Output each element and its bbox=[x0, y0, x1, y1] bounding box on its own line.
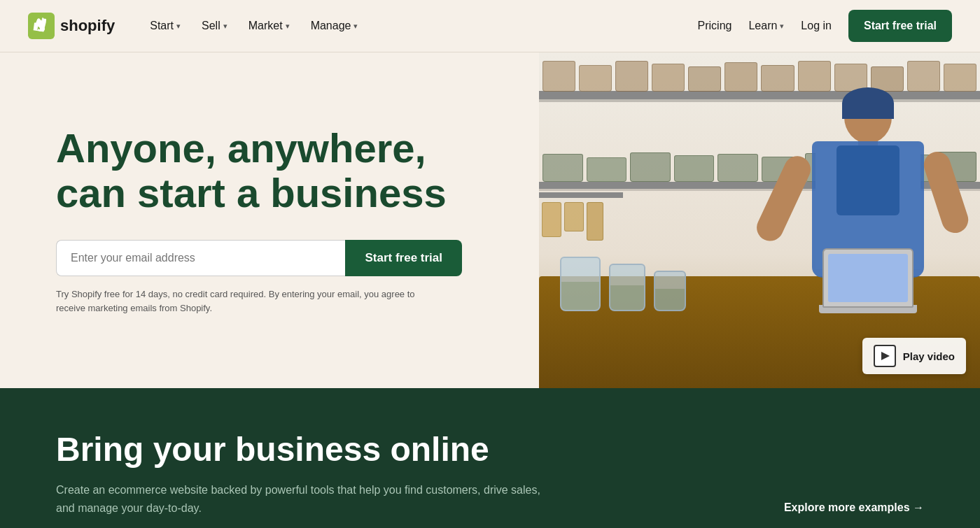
nav-item-manage[interactable]: Manage ▾ bbox=[301, 14, 368, 38]
nav-cta-button[interactable]: Start free trial bbox=[848, 10, 952, 42]
navbar-right: Pricing Learn ▾ Log in Start free trial bbox=[698, 10, 952, 42]
explore-examples-link[interactable]: Explore more examples → bbox=[784, 501, 924, 517]
nav-item-market[interactable]: Market ▾ bbox=[239, 14, 300, 38]
hero-left: Anyone, anywhere, can start a business S… bbox=[0, 52, 539, 388]
logo-link[interactable]: S shopify bbox=[28, 13, 115, 39]
dark-section-heading: Bring your business online bbox=[56, 430, 924, 469]
nav-pricing-link[interactable]: Pricing bbox=[698, 20, 732, 32]
play-triangle-icon bbox=[881, 352, 890, 360]
jars-row-1 bbox=[542, 58, 976, 92]
dark-section-subtext: Create an ecommerce website backed by po… bbox=[56, 481, 546, 517]
nav-item-sell[interactable]: Sell ▾ bbox=[192, 14, 237, 38]
nav-login-link[interactable]: Log in bbox=[801, 20, 832, 32]
hero-right: Play video bbox=[539, 52, 980, 388]
shopify-logo-icon: S bbox=[28, 13, 55, 39]
chevron-down-icon: ▾ bbox=[286, 22, 290, 31]
hero-section: Anyone, anywhere, can start a business S… bbox=[0, 52, 980, 388]
chevron-down-icon: ▾ bbox=[223, 22, 227, 31]
nav-start-label: Start bbox=[150, 20, 174, 32]
play-video-button[interactable]: Play video bbox=[862, 338, 966, 374]
chevron-down-icon: ▾ bbox=[780, 22, 784, 31]
hero-heading-line1: Anyone, anywhere, bbox=[56, 125, 426, 171]
play-video-label: Play video bbox=[903, 350, 955, 362]
store-photo: Play video bbox=[539, 52, 980, 388]
nav-learn-label: Learn bbox=[748, 20, 777, 32]
nav-market-label: Market bbox=[248, 20, 283, 32]
hero-cta-button[interactable]: Start free trial bbox=[345, 240, 462, 276]
hero-disclaimer: Try Shopify free for 14 days, no credit … bbox=[56, 287, 420, 315]
chevron-down-icon: ▾ bbox=[176, 22, 181, 31]
email-input[interactable] bbox=[56, 240, 345, 276]
person-figure bbox=[784, 91, 952, 336]
navbar: S shopify Start ▾ Sell ▾ Market ▾ Manage… bbox=[0, 0, 980, 52]
hero-heading-line2: can start a business bbox=[56, 170, 447, 215]
logo-text: shopify bbox=[60, 17, 115, 35]
nav-item-start[interactable]: Start ▾ bbox=[140, 14, 190, 38]
svg-text:S: S bbox=[37, 21, 45, 34]
nav-sell-label: Sell bbox=[202, 20, 220, 32]
table-jars bbox=[560, 257, 686, 311]
play-icon-box bbox=[874, 345, 896, 367]
dark-section: Bring your business online Create an eco… bbox=[0, 388, 980, 528]
navbar-nav: Start ▾ Sell ▾ Market ▾ Manage ▾ bbox=[140, 14, 697, 38]
nav-learn-link[interactable]: Learn ▾ bbox=[748, 20, 784, 32]
dark-section-row: Create an ecommerce website backed by po… bbox=[56, 481, 924, 517]
nav-manage-label: Manage bbox=[311, 20, 351, 32]
chevron-down-icon: ▾ bbox=[354, 22, 358, 31]
hero-heading: Anyone, anywhere, can start a business bbox=[56, 126, 462, 215]
hero-form: Start free trial bbox=[56, 240, 462, 276]
back-shelf-items bbox=[539, 192, 623, 243]
